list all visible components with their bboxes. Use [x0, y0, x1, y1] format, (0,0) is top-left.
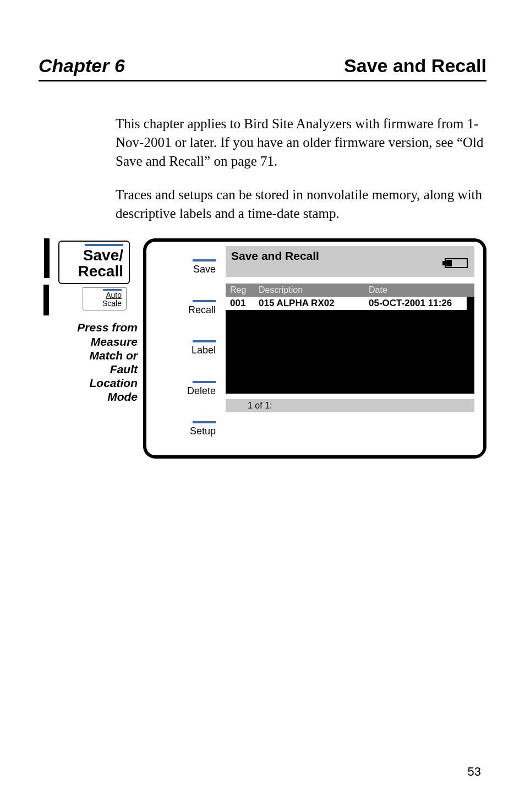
list-area: Reg Description Date 001 015 ALPHA RX02 … [226, 284, 474, 394]
softkey-column: Save Recall Label Delete Setup [146, 242, 223, 455]
figure-area: Save/ Recall Auto Scale Press from Measu… [39, 238, 486, 459]
chapter-label: Chapter 6 [39, 55, 125, 77]
auto-label: Auto [88, 291, 122, 299]
body-paragraph-2: Traces and setups can be stored in nonvo… [116, 186, 486, 223]
softkey-save[interactable]: Save [146, 259, 219, 275]
col-header-reg: Reg [230, 285, 259, 295]
list-header-row: Reg Description Date [226, 284, 474, 297]
cell-date: 05-OCT-2001 11:26 [369, 298, 462, 309]
list-row-selected[interactable]: 001 015 ALPHA RX02 05-OCT-2001 11:26 [226, 297, 467, 310]
list-footer: 1 of 1: [226, 399, 474, 412]
softkey-recall[interactable]: Recall [146, 300, 219, 316]
screen-title: Save and Recall [231, 249, 319, 263]
cell-reg: 001 [230, 298, 259, 309]
battery-icon [445, 258, 468, 268]
cell-description: 015 ALPHA RX02 [259, 298, 369, 309]
save-recall-hardkey[interactable]: Save/ Recall [58, 241, 130, 284]
save-recall-label-line1: Save/ [65, 247, 123, 263]
list-body: 001 015 ALPHA RX02 05-OCT-2001 11:26 [226, 297, 474, 394]
softkey-label[interactable]: Label [146, 340, 219, 356]
scale-label: Scale [88, 299, 122, 308]
save-recall-label-line2: Recall [65, 263, 123, 279]
figure-caption: Press from Measure Match or Fault Locati… [39, 320, 138, 404]
chapter-header: Chapter 6 Save and Recall [39, 55, 486, 81]
page-number: 53 [468, 765, 481, 779]
col-header-description: Description [259, 285, 369, 295]
body-paragraph-1: This chapter applies to Bird Site Analyz… [116, 115, 486, 170]
screen-panel: Save and Recall Reg Description Date 001… [223, 242, 483, 455]
softkey-setup[interactable]: Setup [146, 421, 219, 437]
screen-title-bar: Save and Recall [226, 246, 474, 277]
auto-scale-hardkey[interactable]: Auto Scale [83, 287, 127, 311]
col-header-date: Date [369, 285, 470, 295]
device-screen-frame: Save Recall Label Delete Setup Save and … [143, 238, 486, 459]
chapter-title: Save and Recall [344, 55, 486, 77]
softkey-delete[interactable]: Delete [146, 381, 219, 397]
